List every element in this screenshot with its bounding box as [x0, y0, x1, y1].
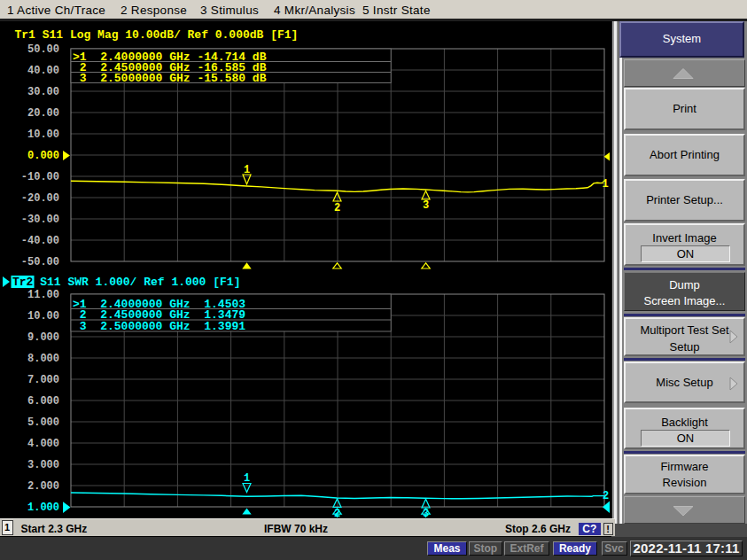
svg-text:3 2.5000000 GHz 1.3991: 3 2.5000000 GHz 1.3991: [73, 320, 245, 333]
svg-text:1.000: 1.000: [27, 502, 59, 514]
svg-text:-20.00: -20.00: [21, 192, 59, 205]
svg-text:50.00: 50.00: [27, 43, 59, 56]
svg-text:10.00: 10.00: [27, 128, 59, 141]
svg-text:1: 1: [602, 178, 608, 191]
svg-text:11.00: 11.00: [27, 289, 59, 301]
svg-text:9.000: 9.000: [27, 331, 59, 344]
svg-text:5.000: 5.000: [27, 416, 59, 429]
svg-text:3 2.5000000 GHz -15.580 dB: 3 2.5000000 GHz -15.580 dB: [73, 72, 267, 85]
svg-text:7.000: 7.000: [27, 374, 59, 386]
svg-text:30.00: 30.00: [27, 86, 59, 98]
svg-text:S11 SWR 1.000/ Ref 1.000 [F1]: S11 SWR 1.000/ Ref 1.000 [F1]: [33, 276, 240, 289]
svg-text:Tr2: Tr2: [12, 276, 34, 289]
svg-text:3.000: 3.000: [27, 459, 59, 471]
svg-text:Tr1 S11 Log Mag 10.00dB/ Ref 0: Tr1 S11 Log Mag 10.00dB/ Ref 0.000dB [F1…: [15, 28, 299, 42]
svg-text:2.000: 2.000: [27, 480, 59, 493]
svg-text:40.00: 40.00: [27, 65, 59, 77]
svg-text:3: 3: [423, 199, 429, 212]
svg-text:10.00: 10.00: [27, 310, 59, 323]
svg-text:2: 2: [603, 490, 609, 502]
svg-text:20.00: 20.00: [27, 107, 59, 120]
svg-text:-30.00: -30.00: [21, 214, 59, 226]
svg-text:-50.00: -50.00: [21, 256, 59, 268]
svg-text:-10.00: -10.00: [21, 171, 59, 183]
svg-text:6.000: 6.000: [27, 395, 59, 408]
svg-text:2: 2: [334, 202, 340, 214]
svg-text:8.000: 8.000: [27, 353, 59, 365]
svg-text:4.000: 4.000: [27, 438, 59, 450]
svg-text:-40.00: -40.00: [21, 235, 59, 247]
svg-text:0.000: 0.000: [27, 150, 59, 162]
